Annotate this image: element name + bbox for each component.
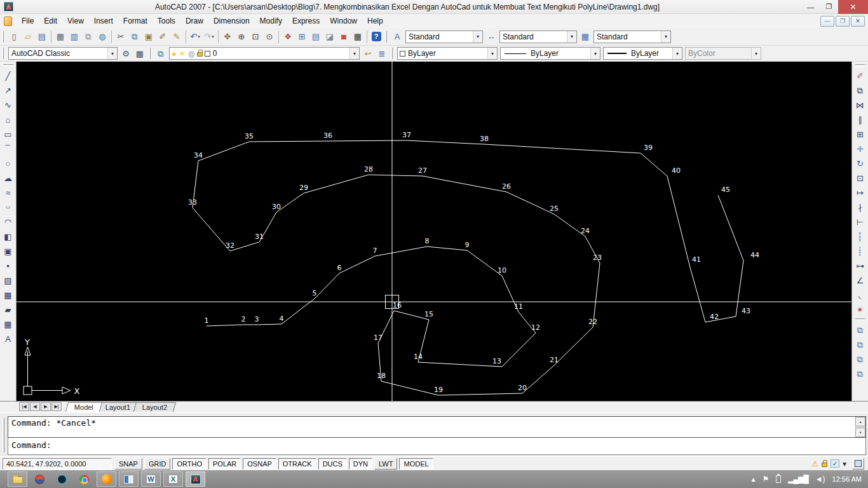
break-button[interactable]: ┊ xyxy=(853,244,867,258)
quickcalc-button[interactable]: ▦ xyxy=(351,30,365,44)
linetype-combo-dropdown-arrow[interactable]: ▾ xyxy=(590,48,600,59)
menu-view[interactable]: View xyxy=(62,15,89,27)
dim-style-button[interactable]: ↔ xyxy=(484,30,498,44)
text-style-combo[interactable]: Standard▾ xyxy=(405,30,483,43)
paste-button[interactable]: ▣ xyxy=(142,30,156,44)
extend-button[interactable]: ⊢ xyxy=(853,215,867,229)
offset-button[interactable]: ∥ xyxy=(853,112,867,126)
sheet-set-manager-button[interactable]: ▤ xyxy=(309,30,323,44)
tab-nav-2[interactable]: ▶ xyxy=(41,402,51,411)
taskbar-autocad[interactable]: A xyxy=(186,471,205,487)
tab-nav-3[interactable]: ▶| xyxy=(51,402,62,411)
polygon-button[interactable]: ⌂ xyxy=(1,112,15,126)
toggle-dyn[interactable]: DYN xyxy=(349,458,372,470)
make-block-button[interactable]: ▣ xyxy=(1,244,15,258)
toggle-grid[interactable]: GRID xyxy=(144,458,171,470)
plot-style-combo[interactable]: ByColor▾ xyxy=(685,47,761,60)
toolbar-grip[interactable] xyxy=(385,31,387,43)
redo-dropdown-arrow[interactable]: ▾ xyxy=(212,34,214,39)
menu-modify[interactable]: Modify xyxy=(255,15,287,27)
circle-button[interactable]: ○ xyxy=(1,156,15,170)
taskbar-excel[interactable]: X xyxy=(163,471,183,487)
explode-button[interactable]: ✴ xyxy=(853,302,867,316)
dbconnect-button[interactable]: ◙ xyxy=(337,30,351,44)
point-button[interactable]: ▪ xyxy=(1,259,15,273)
arc-button[interactable]: ⌒ xyxy=(1,142,15,156)
move-button[interactable]: ✛ xyxy=(853,142,867,156)
scroll-down-arrow[interactable]: ▾ xyxy=(855,428,865,437)
drawing-document-icon[interactable] xyxy=(4,17,12,26)
scale-button[interactable]: ⊡ xyxy=(853,171,867,185)
fillet-button[interactable]: ◟ xyxy=(853,288,867,302)
bring-above-objects-button[interactable]: ⧉ xyxy=(853,352,867,366)
taskbar-media-player[interactable] xyxy=(119,471,139,487)
toolbar-grip[interactable] xyxy=(149,48,151,59)
help-button[interactable]: ? xyxy=(369,30,383,44)
revision-cloud-button[interactable]: ☁ xyxy=(1,171,15,185)
polyline[interactable] xyxy=(193,140,743,395)
block-editor-button[interactable]: ✎ xyxy=(170,30,184,44)
dim-style-combo[interactable]: Standard▾ xyxy=(499,30,577,43)
battery[interactable] xyxy=(776,475,781,483)
menu-help[interactable]: Help xyxy=(362,15,388,27)
restore-button[interactable]: ❐ xyxy=(820,0,838,14)
workspace-settings-button[interactable]: ⚙ xyxy=(119,46,133,60)
rotate-button[interactable]: ↻ xyxy=(853,156,867,170)
text-style-button[interactable]: A xyxy=(390,30,404,44)
undo-dropdown-arrow[interactable]: ▾ xyxy=(198,34,200,39)
undo-button[interactable]: ↶▾ xyxy=(188,30,202,44)
toggle-polar[interactable]: POLAR xyxy=(208,458,241,470)
communication-center-icon[interactable]: ⚠ xyxy=(811,460,818,468)
publish-button[interactable]: ⧉ xyxy=(81,30,95,44)
trim-button[interactable]: ∤ xyxy=(853,200,867,214)
cut-button[interactable]: ✂ xyxy=(114,30,128,44)
command-prompt-line[interactable]: Command: xyxy=(8,437,865,453)
zoom-previous-button[interactable]: ⊙ xyxy=(262,30,276,44)
match-properties-button[interactable]: ✐ xyxy=(156,30,170,44)
3d-dwf-button[interactable]: ◍ xyxy=(95,30,109,44)
plot-preview-button[interactable]: ▥ xyxy=(67,30,81,44)
toggle-model[interactable]: MODEL xyxy=(399,458,433,470)
rectangle-button[interactable]: ▭ xyxy=(1,127,15,141)
mtext-button[interactable]: A xyxy=(1,332,15,346)
hatch-button[interactable]: ▨ xyxy=(1,273,15,287)
color-combo[interactable]: ByLayer▾ xyxy=(397,47,498,60)
menu-window[interactable]: Window xyxy=(325,15,362,27)
network-signal[interactable]: ▂▄▆█ xyxy=(788,475,808,484)
copy-button[interactable]: ⧉ xyxy=(128,30,142,44)
send-under-objects-button[interactable]: ⧉ xyxy=(853,367,867,381)
minimize-button[interactable]: — xyxy=(801,0,820,14)
break-at-point-button[interactable]: ┆ xyxy=(853,229,867,243)
menu-edit[interactable]: Edit xyxy=(39,15,62,27)
erase-button[interactable]: ✐ xyxy=(853,69,867,83)
toggle-lwt[interactable]: LWT xyxy=(374,458,397,470)
bring-to-front-button[interactable]: ⧉ xyxy=(853,323,867,337)
mdi-close-button[interactable]: ✕ xyxy=(851,16,865,27)
tab-nav-0[interactable]: |◀ xyxy=(19,402,29,411)
layer-combo[interactable]: ●☀◍0▾ xyxy=(169,47,360,60)
toolbar-grip[interactable] xyxy=(3,64,13,67)
ellipse-arc-button[interactable]: ◠ xyxy=(1,215,15,229)
toolbar-grip[interactable] xyxy=(855,318,865,321)
linetype-combo[interactable]: ByLayer▾ xyxy=(500,47,600,60)
zoom-window-button[interactable]: ⊡ xyxy=(248,30,262,44)
taskbar-word[interactable]: W xyxy=(141,471,161,487)
command-scrollbar[interactable]: ▴ ▾ xyxy=(855,417,865,437)
stretch-button[interactable]: ↦ xyxy=(853,186,867,200)
menu-draw[interactable]: Draw xyxy=(180,15,208,27)
tray-menu-arrow-icon[interactable]: ▾ xyxy=(843,460,846,468)
layer-combo-dropdown-arrow[interactable]: ▾ xyxy=(349,48,359,59)
plot-style-combo-dropdown-arrow[interactable]: ▾ xyxy=(751,48,761,59)
toggle-snap[interactable]: SNAP xyxy=(114,458,142,470)
menu-file[interactable]: File xyxy=(17,15,39,27)
zoom-realtime-button[interactable]: ⊕ xyxy=(234,30,248,44)
clock[interactable]: 12:56 AM xyxy=(832,475,862,483)
construction-line-button[interactable]: ↗ xyxy=(1,83,15,97)
menu-insert[interactable]: Insert xyxy=(89,15,118,27)
drawing-area[interactable]: 1234567891011121314151617181920212223242… xyxy=(17,62,851,401)
tab-layout2[interactable]: Layout2 xyxy=(133,402,176,412)
toggle-ortho[interactable]: ORTHO xyxy=(172,458,207,470)
workspace-combo[interactable]: AutoCAD Classic▾ xyxy=(8,47,118,60)
trusted-dwg-icon[interactable]: ✓ xyxy=(831,459,839,468)
spline-button[interactable]: ≈ xyxy=(1,186,15,200)
